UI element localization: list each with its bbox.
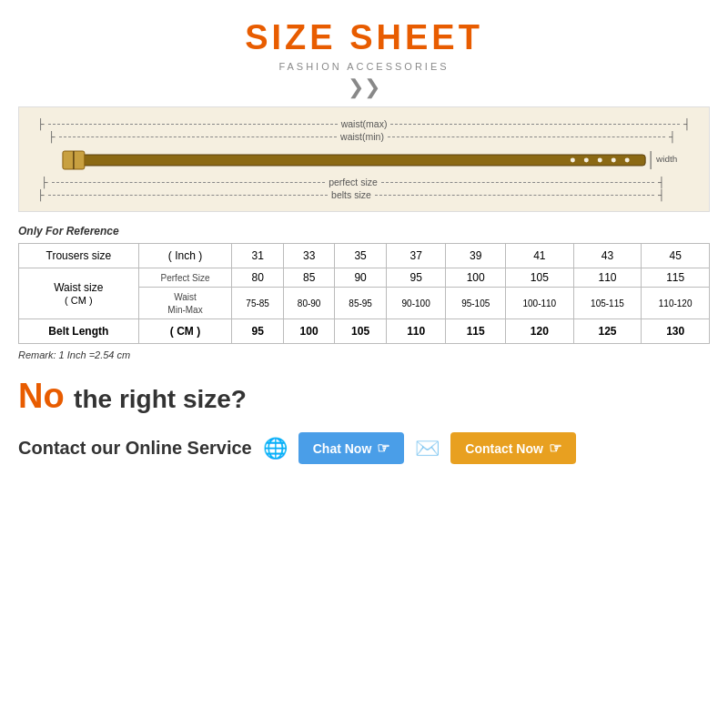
no-section: No the right size?: [18, 377, 710, 416]
perfect-size-row: ├ perfect size ┤: [37, 177, 691, 187]
belt-diagram: ├ waist(max) ┤ ├ waist(min) ┤: [18, 106, 710, 212]
svg-point-6: [612, 158, 616, 163]
bl-31: 95: [232, 319, 283, 344]
contact-now-label: Contact Now: [465, 441, 543, 456]
svg-text:width: width: [655, 154, 677, 164]
svg-point-7: [625, 158, 630, 163]
wm-41: 100-110: [505, 288, 573, 319]
belts-size-row: ├ belts size ┤: [37, 189, 691, 200]
remark: Remark: 1 Inch =2.54 cm: [18, 349, 710, 360]
subtitle: FASHION ACCESSORIES: [278, 61, 449, 72]
size-table: Trousers size ( Inch ) 31 33 35 37 39 41…: [18, 243, 710, 344]
perfect-size-label: perfect size: [329, 177, 378, 187]
contact-now-button[interactable]: Contact Now ☞: [450, 432, 576, 464]
belt-length-label: Belt Length: [19, 319, 139, 344]
svg-point-3: [571, 158, 575, 163]
inch-header: ( Inch ): [138, 244, 232, 268]
table-header-row: Trousers size ( Inch ) 31 33 35 37 39 41…: [19, 244, 710, 268]
svg-point-4: [584, 158, 589, 163]
envelope-icon: ✉️: [415, 437, 440, 460]
bl-43: 125: [573, 319, 642, 344]
no-rest-text: the right size?: [74, 385, 247, 413]
col-41: 41: [505, 244, 573, 268]
belt-visual: width: [37, 147, 691, 173]
no-text: No: [18, 377, 65, 415]
bl-39: 115: [446, 319, 506, 344]
ps-43: 110: [573, 268, 642, 288]
chat-now-label: Chat Now: [313, 441, 372, 456]
bl-45: 130: [642, 319, 710, 344]
chat-now-button[interactable]: Chat Now ☞: [298, 432, 405, 464]
svg-point-5: [598, 158, 602, 163]
ps-39: 100: [446, 268, 506, 288]
wm-35: 85-95: [335, 288, 386, 319]
ps-35: 90: [335, 268, 386, 288]
waist-max-label: waist(max): [341, 118, 388, 129]
ps-37: 95: [386, 268, 446, 288]
col-31: 31: [232, 244, 283, 268]
ps-45: 115: [642, 268, 710, 288]
belt-length-unit: ( CM ): [138, 319, 232, 344]
waist-min-row: ├ waist(min) ┤: [37, 131, 691, 142]
contact-label: Contact our Online Service: [18, 438, 252, 459]
ps-41: 105: [505, 268, 573, 288]
hand-icon-chat: ☞: [377, 440, 389, 457]
page-title: SIZE SHEET: [245, 18, 483, 57]
perfect-size-row: Waist size( CM ) Perfect Size 80 85 90 9…: [19, 268, 710, 288]
wm-43: 105-115: [573, 288, 642, 319]
hand-icon-contact: ☞: [549, 440, 561, 457]
col-35: 35: [335, 244, 386, 268]
col-43: 43: [573, 244, 642, 268]
wm-45: 110-120: [642, 288, 710, 319]
wm-31: 75-85: [232, 288, 283, 319]
col-39: 39: [446, 244, 506, 268]
waist-size-label: Waist size( CM ): [19, 268, 139, 319]
bl-37: 110: [386, 319, 446, 344]
bl-33: 100: [283, 319, 334, 344]
ref-note: Only For Reference: [18, 225, 710, 238]
waist-max-row: ├ waist(max) ┤: [37, 118, 691, 129]
svg-rect-0: [65, 155, 645, 166]
trousers-size-header: Trousers size: [19, 244, 139, 268]
bl-41: 120: [505, 319, 573, 344]
wm-33: 80-90: [283, 288, 334, 319]
bl-35: 105: [335, 319, 386, 344]
wm-39: 95-105: [446, 288, 506, 319]
col-33: 33: [283, 244, 334, 268]
wm-37: 90-100: [386, 288, 446, 319]
belts-size-label: belts size: [331, 189, 371, 200]
contact-row: Contact our Online Service 🌐 Chat Now ☞ …: [18, 432, 710, 464]
chat-icon: 🌐: [263, 437, 288, 460]
waist-minmax-sublabel: WaistMin-Max: [138, 288, 232, 319]
col-45: 45: [642, 244, 710, 268]
ps-33: 85: [283, 268, 334, 288]
perfect-size-sublabel: Perfect Size: [138, 268, 232, 288]
belt-length-row: Belt Length ( CM ) 95 100 105 110 115 12…: [19, 319, 710, 344]
col-37: 37: [386, 244, 446, 268]
chevron-icon: ❯❯: [348, 77, 380, 97]
ps-31: 80: [232, 268, 283, 288]
waist-min-label: waist(min): [340, 131, 384, 142]
